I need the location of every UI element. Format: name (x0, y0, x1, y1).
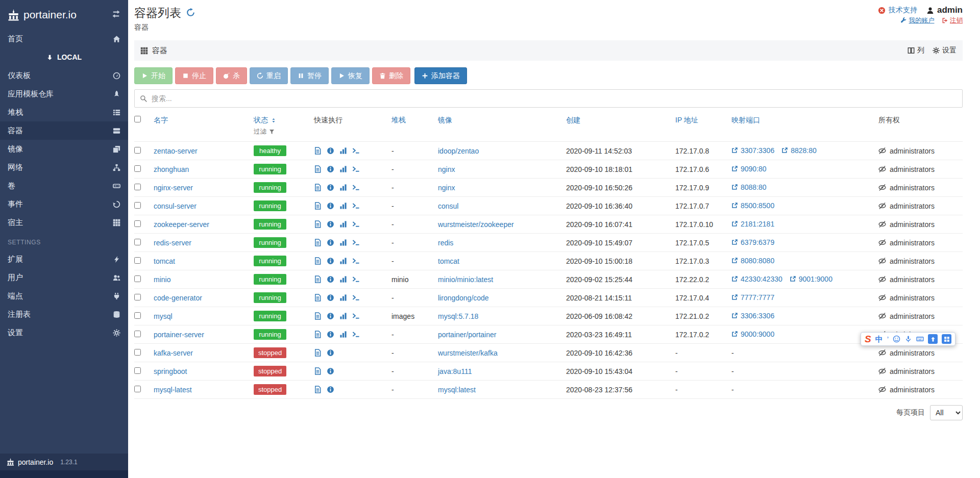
published-port-link[interactable]: 8500:8500 (731, 202, 774, 210)
logs-icon[interactable] (314, 165, 322, 173)
sidebar-item-dashboard[interactable]: 仪表板 (0, 66, 128, 85)
logs-icon[interactable] (314, 349, 322, 357)
start-button[interactable]: 开始 (134, 67, 173, 84)
remove-button[interactable]: 删除 (372, 67, 410, 84)
sort-by-created[interactable]: 创建 (566, 116, 580, 125)
row-checkbox[interactable] (134, 147, 141, 154)
sort-by-ports[interactable]: 映射端口 (731, 116, 760, 125)
console-icon[interactable] (352, 165, 360, 173)
image-link[interactable]: redis (438, 239, 453, 247)
console-icon[interactable] (352, 312, 360, 320)
logs-icon[interactable] (314, 184, 322, 191)
row-checkbox[interactable] (134, 184, 141, 190)
container-name-link[interactable]: zhonghuan (154, 165, 189, 173)
logs-icon[interactable] (314, 202, 322, 210)
inspect-icon[interactable] (327, 202, 334, 210)
sidebar-item-stacks[interactable]: 堆栈 (0, 103, 128, 121)
logs-icon[interactable] (314, 367, 322, 375)
image-link[interactable]: lirongdong/code (438, 294, 489, 302)
container-name-link[interactable]: minio (154, 275, 170, 284)
ime-voice-button[interactable] (904, 335, 912, 343)
row-checkbox[interactable] (134, 275, 141, 282)
sidebar-item-events[interactable]: 事件 (0, 195, 128, 213)
image-link[interactable]: mysql:latest (438, 386, 476, 394)
sort-by-image[interactable]: 镜像 (438, 116, 452, 125)
row-checkbox[interactable] (134, 367, 141, 374)
ime-toolbox-button[interactable] (942, 334, 951, 344)
row-checkbox[interactable] (134, 220, 141, 227)
stats-icon[interactable] (339, 312, 347, 320)
published-port-link[interactable]: 7777:7777 (731, 293, 774, 301)
stats-icon[interactable] (339, 257, 347, 265)
image-link[interactable]: nginx (438, 184, 455, 192)
sort-by-name[interactable]: 名字 (154, 116, 168, 125)
sidebar-item-volumes[interactable]: 卷 (0, 177, 128, 195)
table-settings-button[interactable]: 设置 (933, 46, 957, 55)
sidebar-item-endpoints[interactable]: 端点 (0, 287, 128, 305)
ime-punctuation-toggle[interactable]: ’ (887, 335, 889, 343)
inspect-icon[interactable] (327, 147, 334, 155)
console-icon[interactable] (352, 257, 360, 265)
stats-icon[interactable] (339, 147, 347, 155)
row-checkbox[interactable] (134, 386, 141, 392)
sidebar-item-app-templates[interactable]: 应用模板仓库 (0, 85, 128, 103)
image-link[interactable]: consul (438, 202, 458, 210)
sogou-logo[interactable]: S (865, 334, 871, 344)
inspect-icon[interactable] (327, 331, 334, 338)
stop-button[interactable]: 停止 (175, 67, 213, 84)
console-icon[interactable] (352, 220, 360, 228)
stats-icon[interactable] (339, 331, 347, 338)
search-input[interactable] (134, 89, 963, 108)
resume-button[interactable]: 恢复 (331, 67, 370, 84)
row-checkbox[interactable] (134, 239, 141, 245)
inspect-icon[interactable] (327, 386, 334, 393)
sidebar-item-users[interactable]: 用户 (0, 268, 128, 287)
sort-by-ip[interactable]: IP 地址 (675, 116, 698, 125)
pause-button[interactable]: 暂停 (290, 67, 329, 84)
image-link[interactable]: nginx (438, 165, 455, 173)
stats-icon[interactable] (339, 275, 347, 283)
sidebar-item-extensions[interactable]: 扩展 (0, 250, 128, 268)
image-link[interactable]: tomcat (438, 257, 459, 265)
logs-icon[interactable] (314, 239, 322, 246)
published-port-link[interactable]: 9090:80 (731, 165, 767, 173)
image-link[interactable]: mysql:5.7.18 (438, 312, 478, 320)
logs-icon[interactable] (314, 220, 322, 228)
inspect-icon[interactable] (327, 239, 334, 246)
published-port-link[interactable]: 6379:6379 (731, 238, 774, 246)
sidebar-item-host[interactable]: 宿主 (0, 213, 128, 232)
logs-icon[interactable] (314, 331, 322, 338)
my-account-link[interactable]: 我的账户 (900, 16, 935, 25)
published-port-link[interactable]: 8080:8080 (731, 257, 774, 265)
logs-icon[interactable] (314, 257, 322, 265)
published-port-link[interactable]: 3306:3306 (731, 312, 774, 320)
stats-icon[interactable] (339, 239, 347, 246)
inspect-icon[interactable] (327, 275, 334, 283)
endpoint-local[interactable]: LOCAL (0, 48, 128, 66)
row-checkbox[interactable] (134, 312, 141, 319)
restart-button[interactable]: 重启 (250, 67, 288, 84)
sidebar-toggle-button[interactable] (112, 10, 120, 20)
row-checkbox[interactable] (134, 257, 141, 264)
container-name-link[interactable]: redis-server (154, 239, 191, 247)
logs-icon[interactable] (314, 294, 322, 301)
kill-button[interactable]: 杀 (216, 67, 247, 84)
sidebar-item-containers[interactable]: 容器 (0, 121, 128, 140)
inspect-icon[interactable] (327, 294, 334, 301)
logs-icon[interactable] (314, 147, 322, 155)
image-link[interactable]: wurstmeister/zookeeper (438, 220, 514, 229)
image-link[interactable]: portainer/portainer (438, 331, 496, 339)
ime-emoji-button[interactable] (893, 335, 900, 343)
logs-icon[interactable] (314, 312, 322, 320)
inspect-icon[interactable] (327, 165, 334, 173)
select-all-checkbox[interactable] (134, 116, 141, 122)
inspect-icon[interactable] (327, 220, 334, 228)
container-name-link[interactable]: mysql-latest (154, 386, 192, 394)
published-port-link[interactable]: 2181:2181 (731, 220, 774, 228)
image-link[interactable]: idoop/zentao (438, 147, 479, 155)
published-port-link[interactable]: 8088:80 (731, 183, 767, 191)
row-checkbox[interactable] (134, 294, 141, 300)
inspect-icon[interactable] (327, 349, 334, 357)
sidebar-item-registries[interactable]: 注册表 (0, 305, 128, 323)
inspect-icon[interactable] (327, 312, 334, 320)
